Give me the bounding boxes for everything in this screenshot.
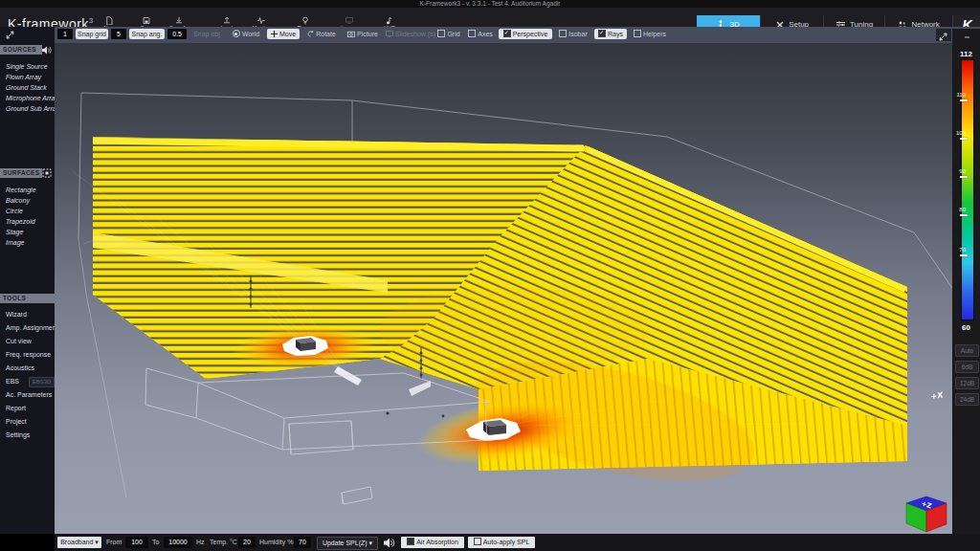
hz-label: Hz	[196, 537, 205, 548]
picture-button[interactable]: Picture	[344, 29, 382, 39]
snap-angle-button[interactable]: Snap ang.	[129, 29, 165, 39]
to-label: To	[152, 537, 159, 548]
speaker-icon[interactable]	[42, 46, 52, 55]
sidebar-item-acoustics[interactable]: Acoustics	[6, 364, 34, 371]
chevron-down-icon: ▾	[95, 539, 99, 545]
screens-icon	[345, 16, 354, 25]
temperature-input[interactable]: 20	[238, 537, 256, 548]
checkbox-icon	[559, 30, 567, 37]
checkbox-icon	[468, 30, 476, 37]
snap-object-button[interactable]: Snap obj	[189, 29, 224, 39]
checkbox-icon	[474, 538, 481, 545]
sidebar-item-circle[interactable]: Circle	[6, 208, 23, 214]
scale-24db-button[interactable]: 24dB	[955, 393, 979, 406]
band-select[interactable]: Broadband ▾	[57, 537, 101, 548]
snap-object-value[interactable]: 0.5	[167, 29, 187, 39]
tick-mark	[960, 99, 968, 101]
waveform-icon	[256, 16, 266, 25]
sidebar-item-freq-response[interactable]: Freq. response	[6, 351, 51, 358]
fullscreen-toggle[interactable]	[936, 29, 951, 41]
tick-mark	[960, 254, 968, 256]
save-icon	[142, 16, 151, 25]
scale-tick-110: 110	[952, 92, 966, 98]
snap-grid-value[interactable]: 1	[57, 29, 73, 39]
sidebar-item-image[interactable]: Image	[6, 239, 24, 246]
sidebar-item-report[interactable]: Report	[6, 405, 26, 411]
tick-mark	[960, 214, 968, 216]
snap-angle-value[interactable]: 5	[111, 29, 126, 39]
scale-handle[interactable]	[965, 36, 969, 38]
sidebar-item-ac-parameters[interactable]: Ac. Parameters	[6, 391, 52, 398]
scale-tick-100: 100	[952, 130, 966, 136]
sidebar-item-stage[interactable]: Stage	[6, 229, 23, 235]
perspective-checkbox[interactable]: Perspective	[499, 29, 552, 39]
tools-header: TOOLS	[0, 294, 55, 303]
from-label: From	[106, 537, 122, 548]
rays-checkbox[interactable]: Rays	[594, 29, 627, 39]
freq-from-input[interactable]: 100	[125, 537, 148, 548]
sidebar-item-flown-array[interactable]: Flown Array	[6, 74, 41, 80]
move-tool-button[interactable]: Move	[267, 29, 300, 39]
snap-grid-button[interactable]: Snap grid	[76, 29, 108, 39]
rotate-tool-button[interactable]: Rotate	[303, 29, 340, 39]
select-surface-icon[interactable]	[42, 168, 52, 178]
auto-apply-spl-checkbox[interactable]: Auto-apply SPL	[468, 537, 535, 548]
sidebar-item-ground-sub-array[interactable]: Ground Sub Array	[6, 105, 59, 112]
humidity-label: Humidity %	[259, 537, 293, 548]
spl-color-scale[interactable]	[961, 59, 974, 320]
sidebar-item-rectangle[interactable]: Rectangle	[6, 187, 36, 193]
sidebar-item-wizard[interactable]: Wizard	[6, 311, 27, 318]
sidebar-item-amp-assignment[interactable]: Amp. Assignment	[6, 324, 57, 331]
sidebar-item-ground-stack[interactable]: Ground Stack	[6, 84, 47, 91]
world-radio[interactable]: World	[229, 29, 263, 39]
checkbox-checked-icon	[407, 538, 414, 545]
scale-tick-70: 70	[952, 247, 966, 253]
scale-min-label: 60	[952, 323, 980, 332]
air-absorption-checkbox[interactable]: Air Absorption	[401, 537, 464, 548]
scale-12db-button[interactable]: 12dB	[955, 377, 979, 389]
sidebar-item-balcony[interactable]: Balcony	[6, 197, 30, 204]
slideshow-icon	[386, 31, 393, 37]
humidity-input[interactable]: 70	[294, 537, 311, 548]
grid-checkbox[interactable]: Grid	[435, 29, 462, 39]
ebs3d-button[interactable]: EBS3D	[29, 377, 55, 387]
expand-icon	[938, 32, 948, 42]
freq-to-input[interactable]: 10000	[164, 537, 192, 548]
window-title: K-Framework3 - v. 3.3.1 - Test 4. Audito…	[346, 0, 634, 8]
new-file-icon	[104, 16, 114, 25]
rotate-icon	[307, 31, 314, 37]
measurement-dot	[386, 411, 389, 414]
measurement-dot	[442, 415, 445, 418]
save-as-icon	[174, 16, 184, 25]
title-bar: K-Framework3 - v. 3.3.1 - Test 4. Audito…	[0, 0, 980, 8]
k-framework-window: K-Framework3 - v. 3.3.1 - Test 4. Audito…	[0, 0, 980, 551]
sidebar-item-cut-view[interactable]: Cut view	[6, 338, 32, 344]
music-note-icon	[385, 16, 394, 25]
sidebar: SOURCES Single Source Flown Array Ground…	[0, 43, 55, 534]
update-spl-button[interactable]: Update SPL(Z) ▾	[317, 537, 378, 550]
helpers-checkbox[interactable]: Helpers	[631, 29, 669, 39]
cube-label-x: +X	[931, 390, 945, 401]
sidebar-item-project[interactable]: Project	[6, 418, 27, 425]
scale-6db-button[interactable]: 6dB	[955, 361, 979, 373]
slideshow-button[interactable]: Slideshow (s)	[386, 29, 432, 39]
checkbox-checked-icon	[503, 30, 511, 37]
checkbox-checked-icon	[598, 30, 606, 37]
detach-panel-icon[interactable]	[5, 30, 15, 40]
isobar-checkbox[interactable]: Isobar	[556, 29, 590, 39]
lightbulb-icon	[301, 16, 310, 25]
sidebar-item-ebs[interactable]: EBS	[6, 378, 19, 385]
sources-header: SOURCES	[0, 45, 42, 55]
sidebar-item-settings[interactable]: Settings	[6, 431, 30, 438]
scale-auto-button[interactable]: Auto	[955, 344, 979, 357]
sidebar-item-trapezoid[interactable]: Trapezoid	[6, 218, 35, 225]
sound-on-icon[interactable]	[384, 538, 395, 548]
3d-viewport[interactable]: +Z -Y +X	[55, 43, 952, 534]
scale-tick-80: 80	[952, 207, 966, 212]
sidebar-item-microphone-array[interactable]: Microphone Array	[6, 95, 58, 101]
surfaces-header: SURFACES	[0, 168, 42, 178]
spl-map-scene: +Z -Y +X	[55, 43, 952, 534]
radio-icon	[233, 30, 240, 37]
sidebar-item-single-source[interactable]: Single Source	[6, 63, 48, 70]
axes-checkbox[interactable]: Axes	[466, 29, 495, 39]
